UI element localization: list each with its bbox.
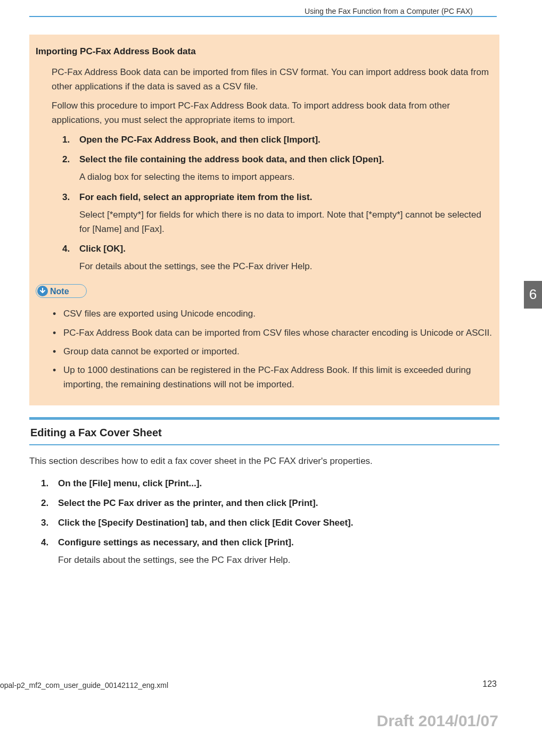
editing-steps: On the [File] menu, click [Print...]. Se… xyxy=(41,476,499,568)
note-item-1: CSV files are exported using Unicode enc… xyxy=(52,306,493,321)
editing-section-heading: Editing a Fax Cover Sheet xyxy=(29,417,499,445)
importing-para-2: Follow this procedure to import PC-Fax A… xyxy=(52,98,493,127)
importing-step-4: Click [OK]. For details about the settin… xyxy=(62,242,493,273)
header-rule xyxy=(29,16,497,17)
editing-step-2: Select the PC Fax driver as the printer,… xyxy=(41,496,499,510)
editing-step-3: Click the [Specify Destination] tab, and… xyxy=(41,516,499,530)
step-text: For each field, select an appropriate it… xyxy=(79,192,312,202)
importing-steps: Open the PC-Fax Address Book, and then c… xyxy=(62,132,493,274)
footer-page-number: 123 xyxy=(482,677,497,691)
step-detail: For details about the settings, see the … xyxy=(58,553,499,567)
step-text: Click the [Specify Destination] tab, and… xyxy=(58,518,354,528)
importing-block: Importing PC-Fax Address Book data PC-Fa… xyxy=(29,35,499,405)
step-text: On the [File] menu, click [Print...]. xyxy=(58,478,202,488)
step-text: Select the file containing the address b… xyxy=(79,154,384,164)
blue-rule-bottom xyxy=(29,444,499,445)
editing-intro: This section describes how to edit a fax… xyxy=(29,454,499,468)
page-content: Importing PC-Fax Address Book data PC-Fa… xyxy=(29,35,499,573)
step-text: Configure settings as necessary, and the… xyxy=(58,537,294,547)
draft-watermark: Draft 2014/01/07 xyxy=(377,708,499,734)
footer-filename: opal-p2_mf2_com_user_guide_00142112_eng.… xyxy=(0,679,168,691)
down-arrow-icon xyxy=(37,286,48,296)
importing-para-1: PC-Fax Address Book data can be imported… xyxy=(52,65,493,94)
step-detail: For details about the settings, see the … xyxy=(79,259,493,273)
step-text: Click [OK]. xyxy=(79,244,126,254)
editing-step-1: On the [File] menu, click [Print...]. xyxy=(41,476,499,491)
editing-step-4: Configure settings as necessary, and the… xyxy=(41,535,499,567)
note-list: CSV files are exported using Unicode enc… xyxy=(52,306,493,392)
chapter-tab: 6 xyxy=(524,281,542,309)
importing-step-2: Select the file containing the address b… xyxy=(62,152,493,184)
step-text: Select the PC Fax driver as the printer,… xyxy=(58,498,318,508)
editing-heading: Editing a Fax Cover Sheet xyxy=(29,420,499,444)
step-detail: Select [*empty*] for fields for which th… xyxy=(79,207,493,236)
editing-body: This section describes how to edit a fax… xyxy=(29,454,499,567)
importing-step-1: Open the PC-Fax Address Book, and then c… xyxy=(62,132,493,147)
note-label: Note xyxy=(50,285,69,298)
note-badge: Note xyxy=(36,284,87,298)
importing-step-3: For each field, select an appropriate it… xyxy=(62,190,493,237)
step-text: Open the PC-Fax Address Book, and then c… xyxy=(79,135,321,145)
note-item-3: Group data cannot be exported or importe… xyxy=(52,344,493,359)
note-item-2: PC-Fax Address Book data can be imported… xyxy=(52,326,493,340)
step-detail: A dialog box for selecting the items to … xyxy=(79,170,493,184)
importing-heading: Importing PC-Fax Address Book data xyxy=(36,44,493,59)
note-item-4: Up to 1000 destinations can be registere… xyxy=(52,363,493,392)
